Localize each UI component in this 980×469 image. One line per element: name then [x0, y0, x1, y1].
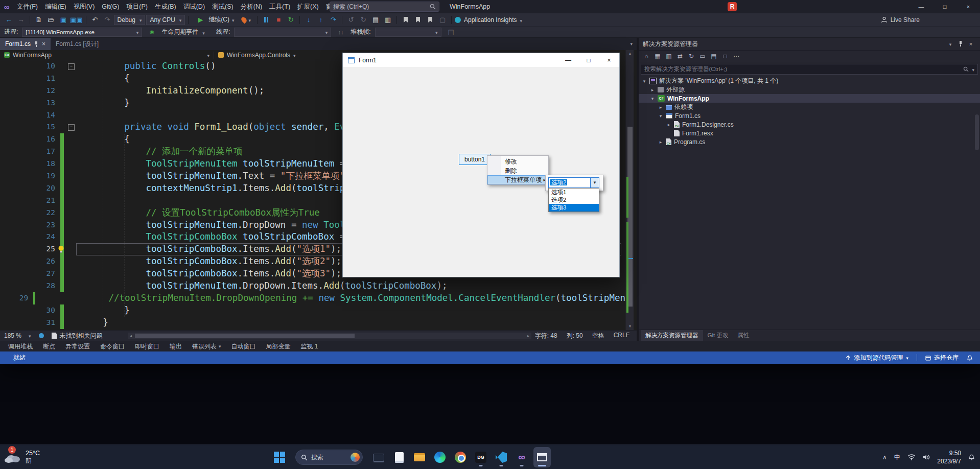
notifications-bell-icon[interactable] — [967, 355, 973, 361]
redo-icon[interactable]: ↷ — [102, 15, 113, 25]
chevron-down-icon[interactable] — [202, 28, 205, 37]
window-position-icon[interactable] — [945, 41, 955, 47]
more-options-icon[interactable]: ⋯ — [731, 52, 742, 61]
tool-window-tab-6[interactable]: 错误列表 — [187, 341, 226, 352]
close-button[interactable]: × — [599, 53, 619, 67]
editor-vertical-scrollbar[interactable]: ▴ ▾ — [625, 50, 634, 330]
sync-with-active-document-icon[interactable]: ⇄ — [674, 52, 686, 61]
document-tab-0[interactable]: Form1.cs× — [0, 38, 51, 50]
form1-title-bar[interactable]: Form1 — □ × — [343, 53, 619, 67]
solution-explorer-header[interactable]: 解决方案资源管理器 × — [639, 38, 980, 50]
add-to-source-control-button[interactable]: 添加到源代码管理 — [846, 354, 908, 362]
tool-window-tab-9[interactable]: 监视 1 — [296, 341, 323, 352]
form1-window[interactable]: Form1 — □ × button1 修改删除下拉框菜单项▸ 选项2 ▼ 选项… — [342, 53, 620, 277]
type-dropdown[interactable]: WinFormsApp.Controls — [214, 52, 300, 59]
chevron-down-icon[interactable] — [972, 66, 974, 73]
tree-item-2[interactable]: ▾WinFormsApp — [639, 94, 980, 103]
context-menu-item-2[interactable]: 下拉框菜单项▸ — [487, 175, 548, 184]
open-file-icon[interactable]: 🗁 — [45, 15, 57, 25]
menu-item-3[interactable]: Git(G) — [98, 0, 123, 13]
navigate-forward-icon[interactable]: → — [15, 15, 27, 25]
combo-option-0[interactable]: 选项1 — [549, 189, 599, 196]
fold-collapse-icon[interactable] — [64, 121, 81, 133]
live-share-button[interactable]: Live Share — [881, 13, 920, 26]
minimize-button[interactable]: — — [558, 53, 578, 67]
toggle-bookmark-icon[interactable] — [400, 15, 411, 25]
show-hidden-icons-chevron[interactable]: ∧ — [882, 454, 887, 461]
tree-item-3[interactable]: ▸依赖项 — [639, 103, 980, 111]
switch-views-icon[interactable]: ▦ — [652, 52, 663, 61]
menu-item-10[interactable]: 扩展(X) — [294, 0, 322, 13]
menu-item-0[interactable]: 文件(F) — [13, 0, 41, 13]
chrome-browser-icon[interactable] — [452, 447, 469, 467]
maximize-button[interactable]: □ — [933, 0, 956, 13]
menu-item-2[interactable]: 视图(V) — [70, 0, 99, 13]
tool-window-tab-0[interactable]: 调用堆栈 — [3, 341, 38, 352]
select-repository-button[interactable]: 选择仓库 — [925, 354, 959, 362]
document-outline-icon[interactable]: ▤ — [370, 15, 381, 25]
tool-window-tab-4[interactable]: 即时窗口 — [130, 341, 165, 352]
code-line-30[interactable]: 30 } — [0, 304, 625, 317]
combobox-dropdown-button[interactable]: ▼ — [590, 178, 599, 187]
zoom-level[interactable]: 185 % — [4, 332, 21, 339]
navigate-back-icon[interactable]: ← — [3, 15, 14, 25]
scroll-left-icon[interactable]: ◂ — [128, 333, 134, 339]
new-file-icon[interactable]: 🗎 — [33, 15, 44, 25]
stop-debugging-icon[interactable]: ■ — [273, 15, 284, 25]
menu-item-1[interactable]: 编辑(E) — [41, 0, 70, 13]
chevron-down-icon[interactable] — [29, 332, 31, 339]
scroll-right-icon[interactable]: ▸ — [525, 333, 531, 339]
stack-frame-dropdown[interactable] — [375, 28, 441, 37]
tool-window-tab-2[interactable]: 异常设置 — [60, 341, 95, 352]
menu-item-5[interactable]: 生成(B) — [151, 0, 180, 13]
solution-search-box[interactable]: 搜索解决方案资源管理器(Ctrl+;) — [641, 64, 978, 75]
stack-frame-settings-icon[interactable]: ▤ — [446, 27, 457, 37]
navigate-forward-history-icon[interactable]: ↻ — [358, 15, 369, 25]
menu-item-6[interactable]: 调试(D) — [180, 0, 208, 13]
code-line-31[interactable]: 31 } — [0, 317, 625, 329]
menu-item-7[interactable]: 测试(S) — [208, 0, 237, 13]
chevron-down-icon[interactable] — [520, 15, 523, 25]
combo-option-1[interactable]: 选项2 — [549, 196, 599, 204]
save-all-icon[interactable]: ▣▣ — [70, 15, 83, 25]
pending-changes-icon[interactable]: ▥ — [663, 52, 674, 61]
tree-item-5[interactable]: ▸Form1.Designer.cs — [639, 120, 980, 129]
collapse-arrow-icon[interactable]: ▾ — [642, 79, 647, 84]
scroll-up-icon[interactable]: ▴ — [626, 50, 634, 57]
thread-dropdown[interactable] — [234, 28, 331, 37]
visual-studio-icon[interactable]: ∞ — [513, 447, 530, 467]
window-layout-icon[interactable]: ▢ — [437, 15, 448, 25]
code-line-28[interactable]: 28 toolStripMenuItem.DropDown.Items.Add(… — [0, 280, 625, 292]
project-dropdown[interactable]: C# WinFormsApp — [0, 52, 214, 59]
pin-icon[interactable] — [34, 41, 38, 47]
quick-actions-lightbulb-icon[interactable] — [57, 245, 65, 253]
hot-reload-button[interactable] — [239, 15, 254, 25]
pin-icon[interactable] — [955, 40, 966, 48]
save-icon[interactable]: ▣ — [58, 15, 69, 25]
expand-arrow-icon[interactable]: ▸ — [650, 87, 655, 92]
taskbar-search[interactable]: 搜索 — [295, 450, 363, 465]
step-out-icon[interactable]: ↑ — [315, 15, 326, 25]
next-bookmark-icon[interactable] — [425, 15, 436, 25]
process-dropdown[interactable]: [11140] WinFormsApp.exe — [22, 28, 142, 37]
tree-item-6[interactable]: Form1.resx — [639, 129, 980, 137]
undo-icon[interactable]: ↶ — [89, 15, 101, 25]
tool-window-tab-1[interactable]: 断点 — [38, 341, 60, 352]
solution-platforms-dropdown[interactable]: Any CPU — [146, 15, 185, 25]
close-icon[interactable]: × — [42, 40, 45, 48]
break-all-icon[interactable] — [261, 15, 272, 25]
file-explorer-icon[interactable] — [411, 447, 428, 467]
monitor-app-icon[interactable] — [370, 447, 387, 467]
combo-option-2[interactable]: 选项3 — [549, 204, 599, 212]
code-health-indicator[interactable]: 未找到相关问题 — [52, 332, 103, 340]
start-button[interactable] — [271, 447, 288, 467]
tree-item-7[interactable]: ▸Program.cs — [639, 137, 980, 146]
notification-center-bell-icon[interactable] — [968, 454, 975, 461]
scrollbar-thumb[interactable] — [135, 334, 355, 338]
menu-item-8[interactable]: 分析(N) — [237, 0, 266, 13]
properties-icon[interactable]: ▤ — [708, 52, 719, 61]
character-indicator[interactable]: 字符: 48 — [535, 332, 557, 340]
minimize-button[interactable]: — — [909, 0, 933, 13]
panel-tab-0[interactable]: 解决方案资源管理器 — [641, 330, 703, 341]
context-menu-item-0[interactable]: 修改 — [487, 157, 548, 166]
